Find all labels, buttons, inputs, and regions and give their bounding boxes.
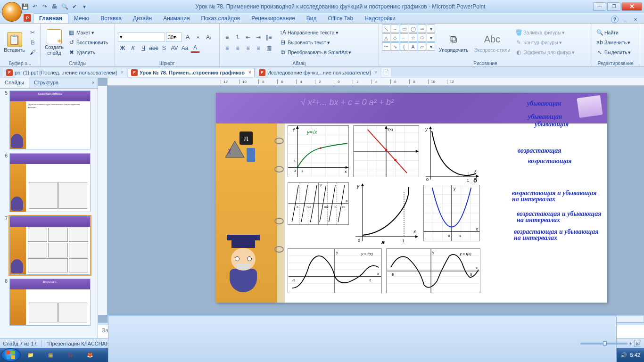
task-firefox[interactable]: 🦊 [81,349,99,361]
save-icon[interactable]: 💾 [21,2,29,11]
shape-tri-icon[interactable]: △ [382,33,390,42]
columns-icon[interactable]: ▥ [264,43,273,53]
font-family-select[interactable]: ▾ [118,33,165,42]
reset-button[interactable]: ↺Восстановить [67,38,112,47]
tab-view[interactable]: Вид [301,14,322,23]
shape-star-icon[interactable]: ☆ [409,33,417,42]
char-spacing-icon[interactable]: AV [170,43,179,53]
close-button[interactable]: ✕ [621,2,642,11]
shadow-icon[interactable]: S [159,43,169,53]
annotation[interactable]: возрастающая [518,147,561,155]
slide-thumb-7[interactable] [9,216,91,275]
quick-styles-button[interactable]: Abc Экспресс-стили [472,25,512,60]
bullets-icon[interactable]: ≡ [223,33,232,42]
office-button[interactable] [2,2,22,22]
doc-tab-3[interactable]: PИсследование функц...ние пользователем]… [256,68,380,77]
slide-thumb-6[interactable] [9,153,91,212]
numbering-icon[interactable]: ⒈ [233,33,242,42]
tab-slideshow[interactable]: Показ слайдов [196,14,246,23]
indent-dec-icon[interactable]: ⇤ [243,33,253,42]
shape-effects-button[interactable]: ◐Эффекты для фигур ▾ [514,48,580,57]
tray-volume-icon[interactable]: 🔊 [620,351,627,359]
qat-more-icon[interactable]: ▾ [80,2,89,11]
tab-menu[interactable]: Меню [68,14,95,23]
shape-outline-button[interactable]: ✎Контур фигуры ▾ [514,38,580,47]
tab-addins[interactable]: Надстройки [359,14,401,23]
align-right-icon[interactable]: ≡ [243,43,253,53]
task-opera[interactable]: O [61,349,80,361]
grow-font-icon[interactable]: A [183,33,192,42]
redo-icon[interactable]: ↷ [41,2,49,11]
tab-animation[interactable]: Анимация [157,14,195,23]
shrink-font-icon[interactable]: A [193,33,203,42]
line-spacing-icon[interactable]: ‖≡ [264,33,273,42]
change-case-icon[interactable]: Aa [180,43,190,53]
maximize-button[interactable]: ❐ [607,2,620,11]
shape-brace-icon[interactable]: { [400,42,408,51]
fit-icon[interactable]: ⊡ [634,340,641,347]
font-size-select[interactable]: 30 ▾ [166,33,182,42]
cut-icon[interactable]: ✂ [28,28,37,37]
slide-viewport[interactable]: √ x²+... bx + c = 0 a² + b² πχ [98,86,644,315]
undo-icon[interactable]: ↶ [31,2,39,11]
horizontal-ruler[interactable]: 12108642024681012 [107,78,644,86]
tab-insert[interactable]: Вставка [95,14,127,23]
shape-line-icon[interactable]: ＼ [382,25,390,33]
thumbnails[interactable]: 5 Классная работа Одной из основных зада… [0,89,98,338]
format-painter-icon[interactable]: 🖌 [28,48,37,57]
tab-officetab[interactable]: Office Tab [322,14,359,23]
annotation[interactable]: убывающая [528,113,562,121]
shape-rarrow-icon[interactable]: ⇒ [418,25,426,33]
shape-more2-icon[interactable]: ▾ [427,33,435,42]
zoom-slider[interactable] [580,343,627,345]
justify-icon[interactable]: ≡ [254,43,263,53]
copy-icon[interactable]: ⎘ [28,38,37,47]
start-button[interactable] [1,348,21,362]
smartart-button[interactable]: ⧉Преобразовать в SmartArt ▾ [278,48,368,57]
pane-tab-outline[interactable]: Структура [29,78,63,88]
shape-free-icon[interactable]: ∿ [391,42,399,51]
annotation[interactable]: возрастающая [528,157,572,165]
close-pane-icon[interactable]: × [89,78,98,88]
close-tab-icon[interactable]: × [248,70,251,75]
arrange-button[interactable]: ⧉ Упорядочить [437,25,470,60]
bold-icon[interactable]: Ж [118,43,127,53]
delete-slide-button[interactable]: ✖Удалить [67,48,112,57]
align-text-button[interactable]: ⊟Выровнять текст ▾ [278,38,368,47]
tab-review[interactable]: Рецензирование [246,14,301,23]
ribbon-close-icon[interactable]: × [632,16,639,23]
text-direction-button[interactable]: ↕AНаправление текста ▾ [278,28,368,37]
underline-icon[interactable]: Ч [139,43,148,53]
shape-call-icon[interactable]: ⬭ [418,33,426,42]
align-center-icon[interactable]: ≡ [233,43,242,53]
doc-tab-1[interactable]: Ppril (1).ppt [Послед...нение пользовате… [3,68,127,77]
shape-oval-icon[interactable]: ◯ [409,25,417,33]
shape-arrow-icon[interactable]: → [391,25,399,33]
shape-dia-icon[interactable]: ◇ [391,33,399,42]
help-icon[interactable]: ? [611,16,619,23]
slide-thumb-5[interactable]: Классная работа Одной из основных задач,… [9,90,91,149]
h-scrollbar[interactable] [107,315,644,322]
font-color-icon[interactable]: A [190,43,200,53]
task-explorer[interactable]: 📁 [21,349,40,361]
close-tab-icon[interactable]: × [121,70,124,75]
pane-tab-slides[interactable]: Слайды [0,78,29,88]
find-button[interactable]: 🔍Найти [595,28,636,37]
doc-tab-2[interactable]: PУрок № 78. Примен...строению графиков× [128,68,255,77]
tab-design[interactable]: Дизайн [127,14,157,23]
annotation[interactable]: убывающая [535,121,569,128]
preview-icon[interactable]: 🔍 [60,2,69,11]
annotation[interactable]: возрастающая и убывающая на интервалах [512,190,597,202]
italic-icon[interactable]: К [128,43,138,53]
shape-more1-icon[interactable]: ▾ [427,25,435,33]
shape-conn-icon[interactable]: ⌐ [400,33,408,42]
annotation[interactable]: возрастающая и убывающая на интервалах [514,229,599,241]
paste-button[interactable]: 📋 Вставить [3,25,26,60]
shape-curve-icon[interactable]: 〜 [382,42,390,51]
ribbon-minimize-icon[interactable]: _ [621,16,629,23]
vertical-ruler[interactable] [98,86,107,315]
align-left-icon[interactable]: ≡ [223,43,232,53]
shapes-gallery[interactable]: ＼→▭◯⇒▾ △◇⌐☆⬭▾ 〜∿{A▱▾ [382,25,435,60]
annotation[interactable]: возрастающая и убывающая на интервалах [517,211,602,223]
indent-inc-icon[interactable]: ⇥ [254,33,263,42]
